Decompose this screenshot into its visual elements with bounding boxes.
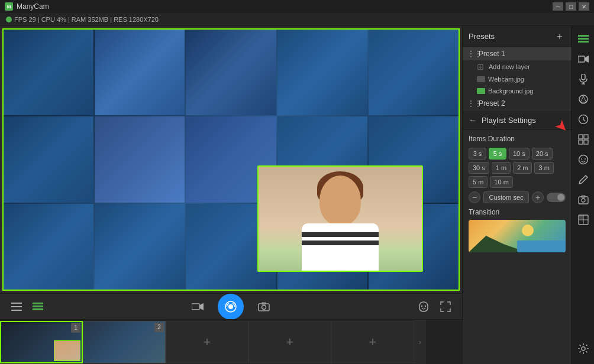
custom-row: − Custom sec + (469, 191, 566, 203)
svg-rect-20 (582, 74, 585, 80)
custom-sec-button[interactable]: Custom sec (483, 191, 529, 203)
svg-rect-0 (11, 303, 22, 304)
dur-2m[interactable]: 2 m (513, 162, 532, 174)
thumb-webcam (54, 340, 80, 361)
settings-body: ➤ Items Duration 3 s 5 s 10 s 20 s 30 s … (463, 130, 572, 257)
preset-1-label: Preset 1 (479, 50, 567, 58)
icon-bar-effects[interactable] (573, 90, 593, 109)
app-name: ManyCam (17, 2, 49, 11)
thumb-badge-2: 2 (154, 323, 164, 332)
title-bar-left: M ManyCam (5, 2, 49, 11)
status-indicator (6, 17, 12, 22)
icon-layers (578, 35, 589, 43)
bg-cell (4, 30, 93, 115)
bg-cell (369, 30, 459, 115)
dur-10s[interactable]: 10 s (509, 148, 530, 160)
custom-minus-button[interactable]: − (469, 191, 480, 203)
webcam-layer-label: Webcam.jpg (488, 76, 567, 83)
dur-30s[interactable]: 30 s (469, 162, 489, 174)
thumb-bg-2 (83, 321, 165, 363)
svg-point-35 (582, 199, 585, 202)
dur-1m[interactable]: 1 m (492, 162, 511, 174)
svg-rect-2 (11, 310, 22, 311)
layers-button[interactable] (30, 300, 46, 313)
thumbnail-1[interactable]: 1 (0, 321, 83, 363)
face-filter-button[interactable] (415, 298, 432, 315)
add-source-1[interactable]: + (166, 321, 248, 363)
snapshot-button[interactable] (256, 300, 272, 314)
items-duration-label: Items Duration (469, 135, 566, 143)
bg-thumb (477, 88, 485, 94)
svg-rect-28 (584, 135, 588, 139)
add-preset-button[interactable]: + (554, 31, 566, 43)
icon-face (578, 154, 589, 165)
add-source-2[interactable]: + (248, 321, 331, 363)
svg-rect-18 (578, 56, 585, 62)
status-bar: FPS 29 | CPU 4% | RAM 352MB | RES 1280X7… (0, 13, 594, 26)
custom-toggle[interactable] (547, 193, 566, 202)
svg-rect-16 (578, 38, 589, 40)
menu-button[interactable] (9, 300, 24, 313)
preset-2[interactable]: ⋮⋮ Preset 2 (463, 97, 572, 110)
icon-bar-settings[interactable] (573, 339, 593, 358)
preset-1[interactable]: ⋮⋮ Preset 1 (463, 47, 572, 60)
icon-bar-video[interactable] (573, 50, 593, 69)
bg-layer-icon (477, 87, 485, 95)
minimize-button[interactable]: ─ (553, 2, 563, 11)
icon-bar-layers[interactable] (573, 30, 593, 48)
webcam-overlay (257, 165, 423, 272)
dur-20s[interactable]: 20 s (532, 148, 553, 160)
icon-bar-face[interactable] (573, 150, 593, 169)
custom-plus-button[interactable]: + (532, 191, 544, 203)
thumbnails-next[interactable]: › (414, 320, 426, 365)
icon-bar (572, 26, 594, 364)
webcam-layer[interactable]: Webcam.jpg (463, 73, 572, 85)
go-live-button[interactable] (218, 294, 244, 320)
presets-header: Presets + (463, 26, 572, 47)
presets-title: Presets (469, 32, 495, 41)
person-body (302, 223, 379, 271)
preset-2-label: Preset 2 (479, 99, 567, 108)
maximize-button[interactable]: □ (566, 2, 576, 11)
svg-point-31 (579, 155, 587, 164)
icon-bar-grid[interactable] (573, 130, 593, 149)
icon-bar-capture[interactable] (573, 190, 593, 209)
dur-3m[interactable]: 3 m (534, 162, 553, 174)
bg-cell (277, 30, 367, 115)
add-source-3[interactable]: + (331, 321, 414, 363)
close-button[interactable]: ✕ (579, 2, 589, 11)
title-bar: M ManyCam ─ □ ✕ (0, 0, 594, 13)
right-panel: Presets + ⋮⋮ Preset 1 ⊞ Add new layer We… (462, 26, 572, 364)
fullscreen-button[interactable] (438, 299, 453, 314)
back-arrow-icon: ← (469, 115, 477, 125)
transition-label: Transition (469, 208, 566, 216)
preset-2-drag-icon: ⋮⋮ (467, 99, 476, 108)
svg-rect-17 (578, 41, 589, 43)
bg-cell (95, 204, 185, 290)
icon-bar-clock[interactable] (573, 110, 593, 129)
dur-5m[interactable]: 5 m (469, 176, 488, 188)
dur-5s[interactable]: 5 s (489, 148, 506, 160)
icon-bar-bottom (573, 339, 593, 360)
icon-bar-audio[interactable] (573, 70, 593, 89)
face-filter-icon (418, 301, 430, 313)
icon-multi (578, 214, 589, 225)
bg-cell (95, 30, 185, 115)
thumbnail-2[interactable]: 2 (83, 321, 166, 363)
video-source-button[interactable] (189, 300, 206, 314)
icon-bar-edit[interactable] (573, 170, 593, 189)
bg-cell (4, 116, 93, 202)
dur-3s[interactable]: 3 s (469, 148, 486, 160)
dur-10m[interactable]: 10 m (490, 176, 512, 188)
background-layer[interactable]: Background.jpg (463, 85, 572, 97)
video-button-icon (192, 302, 204, 311)
add-layer-item[interactable]: ⊞ Add new layer (463, 60, 572, 73)
title-bar-controls: ─ □ ✕ (553, 2, 589, 11)
thumbnails-strip: 1 2 + + + › (0, 319, 462, 364)
icon-bar-multi[interactable] (573, 210, 593, 229)
bg-cell (95, 116, 185, 202)
layers-button-icon (33, 303, 43, 311)
video-preview (2, 28, 460, 291)
fullscreen-icon (440, 301, 451, 312)
svg-point-13 (421, 305, 422, 306)
